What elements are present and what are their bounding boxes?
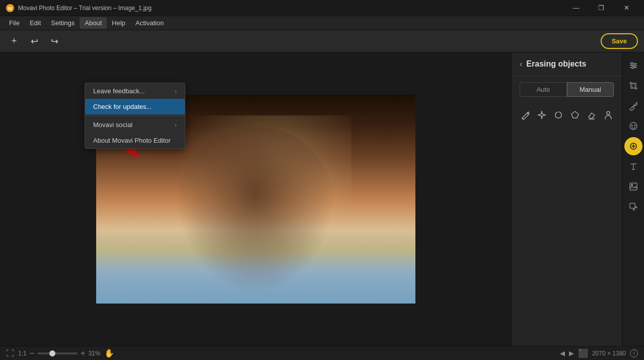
toolbar: + ↩ ↪ Save — [0, 30, 644, 52]
image-dimensions: 2070 × 1380 — [592, 350, 626, 357]
dropdown-social[interactable]: Movavi social › — [85, 117, 185, 133]
nav-prev-button[interactable]: ◀ — [560, 349, 565, 357]
zoom-ratio: 1:1 — [18, 350, 27, 357]
maximize-button[interactable]: ❐ — [590, 0, 613, 16]
svg-rect-12 — [632, 84, 635, 87]
tab-manual[interactable]: Manual — [567, 82, 614, 97]
svg-point-20 — [631, 185, 632, 186]
undo-button[interactable]: ↩ — [26, 33, 42, 49]
sidebar-object-icon[interactable] — [624, 137, 642, 155]
panel-tabs: Auto Manual — [512, 76, 622, 103]
canvas-area[interactable]: Leave feedback... › Check for updates...… — [0, 52, 511, 346]
minimize-button[interactable]: — — [564, 0, 588, 16]
feedback-arrow-icon: › — [175, 88, 177, 95]
zoom-thumb[interactable] — [49, 350, 55, 356]
fullscreen-button[interactable]: ⛶ — [6, 349, 14, 358]
info-icon[interactable]: i — [630, 349, 638, 357]
svg-point-9 — [631, 63, 633, 65]
svg-point-5 — [607, 111, 610, 114]
close-button[interactable]: ✕ — [615, 0, 638, 16]
svg-point-14 — [631, 125, 632, 126]
svg-rect-21 — [630, 203, 635, 208]
zoom-controls: 1:1 − + 31% — [18, 349, 100, 358]
svg-point-3 — [522, 118, 524, 119]
dropdown-about-app[interactable]: About Movavi Photo Editor — [85, 133, 185, 148]
right-sidebar — [622, 52, 644, 346]
svg-point-11 — [632, 67, 634, 69]
sidebar-retouch-icon[interactable] — [624, 97, 642, 115]
menu-activation[interactable]: Activation — [130, 17, 169, 29]
panel-header: ‹ Erasing objects — [512, 52, 622, 76]
erase-tool-button[interactable] — [586, 107, 597, 123]
menubar: File Edit Settings About Help Activation — [0, 16, 644, 30]
smart-tool-button[interactable] — [536, 107, 548, 123]
hand-tool-icon[interactable]: ✋ — [104, 348, 114, 358]
dropdown-feedback[interactable]: Leave feedback... › — [85, 83, 185, 99]
menu-about[interactable]: About — [80, 17, 107, 29]
add-button[interactable]: + — [6, 33, 22, 49]
panel-back-button[interactable]: ‹ — [520, 59, 522, 69]
panel-title: Erasing objects — [526, 59, 586, 69]
sidebar-image-icon[interactable] — [624, 177, 642, 196]
main-content: Leave feedback... › Check for updates...… — [0, 52, 644, 346]
polygon-tool-button[interactable] — [569, 107, 581, 123]
svg-point-10 — [634, 65, 636, 67]
dropdown-check-updates[interactable]: Check for updates... — [85, 99, 185, 114]
social-arrow-icon: › — [175, 122, 177, 129]
sidebar-face-icon[interactable] — [624, 117, 642, 135]
lasso-tool-button[interactable] — [553, 107, 564, 123]
menu-file[interactable]: File — [4, 17, 25, 29]
panel-tools — [512, 103, 622, 127]
menu-settings[interactable]: Settings — [46, 17, 80, 29]
svg-point-15 — [634, 125, 635, 126]
about-dropdown-menu: Leave feedback... › Check for updates...… — [85, 83, 185, 149]
app-icon: M — [6, 4, 14, 12]
zoom-minus-button[interactable]: − — [30, 349, 34, 358]
menu-edit[interactable]: Edit — [25, 17, 46, 29]
zoom-plus-button[interactable]: + — [81, 349, 85, 358]
zoom-slider[interactable] — [37, 352, 78, 354]
sidebar-crop-icon[interactable] — [624, 77, 642, 95]
brush-tool-button[interactable] — [520, 107, 531, 123]
right-panel: ‹ Erasing objects Auto Manual — [511, 52, 622, 346]
window-title: Movavi Photo Editor – Trial version – Im… — [18, 5, 560, 12]
nav-next-button[interactable]: ▶ — [569, 349, 574, 357]
dropdown-divider — [85, 115, 185, 116]
menu-help[interactable]: Help — [107, 17, 130, 29]
window-controls: — ❐ ✕ — [564, 0, 638, 16]
gallery-icon[interactable]: ⬛ — [578, 348, 588, 358]
zoom-percent: 31% — [88, 350, 100, 357]
save-button[interactable]: Save — [601, 33, 638, 49]
person-tool-button[interactable] — [602, 107, 614, 123]
sidebar-resize-icon[interactable] — [624, 198, 642, 216]
sidebar-settings-icon[interactable] — [624, 56, 642, 75]
statusbar: ⛶ 1:1 − + 31% ✋ ◀ ▶ ⬛ 2070 × 1380 i — [0, 346, 644, 360]
titlebar: M Movavi Photo Editor – Trial version – … — [0, 0, 644, 16]
redo-button[interactable]: ↪ — [46, 33, 62, 49]
sidebar-text-icon[interactable] — [624, 157, 642, 175]
tab-auto[interactable]: Auto — [520, 82, 567, 97]
svg-text:M: M — [8, 6, 12, 11]
